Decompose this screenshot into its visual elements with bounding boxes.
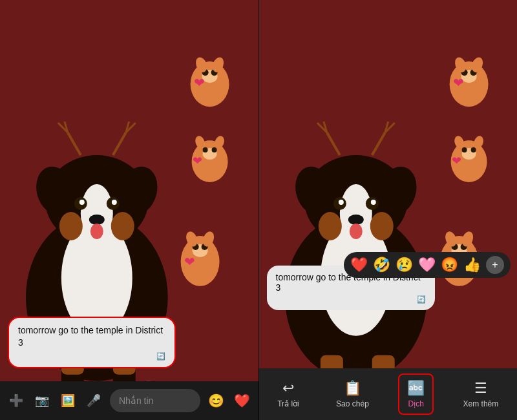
emoji-button[interactable]: 😊 [207,391,226,410]
input-placeholder: Nhắn tin [119,395,153,406]
svg-text:❤: ❤ [451,154,461,167]
heart-button[interactable]: ❤️ [233,391,252,410]
message-bubble-left: tomorrow go to the temple in District 3 … [8,317,176,368]
copy-action[interactable]: 📋 Sao chép [328,375,377,414]
translate-label: Dịch [408,399,424,408]
svg-text:❤: ❤ [184,255,195,269]
react-pink-heart[interactable]: 🩷 [418,257,436,273]
svg-text:❤: ❤ [193,154,202,167]
camera-button[interactable]: 📷 [32,391,52,410]
reaction-bar: ❤️ 🤣 😢 🩷 😡 👍 + [344,252,511,278]
svg-point-62 [349,224,362,239]
message-time-icon: 🔄 [156,352,165,361]
svg-point-10 [112,200,117,205]
copy-label: Sao chép [336,399,369,408]
svg-point-55 [318,212,341,240]
reply-icon: ↩ [282,380,294,397]
react-angry[interactable]: 😡 [441,257,458,273]
message-time-icon-right: 🔄 [417,295,426,304]
svg-text:❤: ❤ [452,76,463,90]
svg-point-32 [212,147,217,152]
react-thumbsup[interactable]: 👍 [463,257,481,273]
reply-label: Trả lời [277,399,299,408]
svg-point-60 [370,200,375,205]
svg-point-56 [370,212,393,240]
translate-action[interactable]: 🔤 Dịch [398,373,434,415]
copy-icon: 📋 [344,380,361,397]
add-button[interactable]: ➕ [6,391,26,410]
svg-point-9 [79,200,85,205]
svg-point-59 [338,200,343,205]
more-icon: ☰ [474,380,487,397]
svg-point-6 [111,212,134,240]
left-panel: ❤ ❤ ❤ [0,0,258,420]
translate-icon: 🔤 [407,380,425,397]
svg-point-81 [461,147,467,152]
react-more-button[interactable]: + [486,256,504,274]
message-text-left: tomorrow go to the temple in District 3 [18,324,165,350]
svg-point-11 [89,215,105,225]
svg-text:❤: ❤ [194,76,205,90]
react-cry[interactable]: 😢 [396,257,413,273]
mic-button[interactable]: 🎤 [84,391,103,410]
svg-point-82 [470,147,476,152]
more-action[interactable]: ☰ Xem thêm [456,375,507,414]
more-label: Xem thêm [463,399,499,408]
react-heart[interactable]: ❤️ [350,257,368,273]
right-panel: ❤ ❤ ❤ tomorrow g [259,0,518,420]
image-button[interactable]: 🖼️ [58,391,78,410]
svg-point-61 [348,215,363,225]
svg-point-31 [203,147,208,152]
action-bar: ↩ Trả lời 📋 Sao chép 🔤 Dịch ☰ Xem thêm [259,368,518,420]
bottom-bar-left: ➕ 📷 🖼️ 🎤 Nhắn tin 😊 ❤️ [0,381,258,420]
react-laughing[interactable]: 🤣 [373,257,390,273]
svg-point-5 [59,212,83,240]
message-input[interactable]: Nhắn tin [110,389,200,412]
svg-point-12 [90,224,103,239]
reply-action[interactable]: ↩ Trả lời [269,375,307,414]
